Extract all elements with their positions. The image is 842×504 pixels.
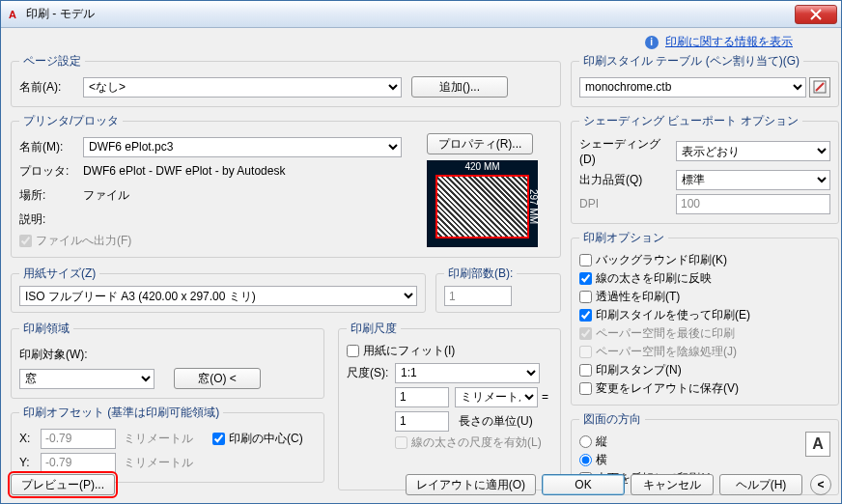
where-value: ファイル bbox=[83, 187, 129, 204]
plot-area-group: 印刷領域 印刷対象(W): 窓 窓(O) < bbox=[11, 321, 324, 399]
plot-options-group: 印刷オプション バックグラウンド印刷(K) 線の太さを印刷に反映 透過性を印刷(… bbox=[571, 230, 839, 406]
copies-group: 印刷部数(B): bbox=[435, 266, 561, 313]
learn-link[interactable]: 印刷に関する情報を表示 bbox=[665, 35, 793, 48]
add-page-setup-button[interactable]: 追加()... bbox=[411, 76, 508, 98]
scale-select[interactable]: 1:1 bbox=[395, 363, 540, 383]
equals-label: = bbox=[538, 390, 552, 404]
offset-group: 印刷オフセット (基準は印刷可能領域) X: ミリメートル 印刷の中心(C) bbox=[11, 405, 324, 483]
quality-label: 出力品質(Q) bbox=[579, 172, 676, 188]
printer-properties-button[interactable]: プロパティ(R)... bbox=[427, 133, 533, 154]
plot-area-legend: 印刷領域 bbox=[19, 321, 73, 337]
copies-legend: 印刷部数(B): bbox=[444, 266, 517, 282]
fit-to-paper-input[interactable] bbox=[347, 345, 359, 357]
printer-name-select[interactable]: DWF6 ePlot.pc3 bbox=[83, 137, 402, 157]
center-plot-input[interactable] bbox=[212, 433, 225, 445]
dpi-input bbox=[676, 194, 830, 214]
plot-style-table-legend: 印刷スタイル テーブル (ペン割り当て)(G) bbox=[579, 53, 803, 70]
page-setup-name-label: 名前(A): bbox=[19, 79, 83, 96]
copies-input bbox=[444, 286, 512, 306]
drawing-unit-label: 長さの単位(U) bbox=[459, 413, 533, 430]
preview-area bbox=[435, 175, 529, 238]
plot-style-table-select[interactable]: monochrome.ctb bbox=[579, 77, 806, 98]
dpi-label: DPI bbox=[579, 197, 676, 210]
plot-options-legend: 印刷オプション bbox=[579, 230, 668, 246]
info-icon: i bbox=[645, 36, 659, 49]
shaded-viewport-group: シェーディング ビューポート オプション シェーディング(D) 表示どおり 出力… bbox=[571, 113, 839, 224]
window-title: 印刷 - モデル bbox=[26, 6, 795, 22]
offset-x-input bbox=[41, 429, 116, 449]
shaded-viewport-legend: シェーディング ビューポート オプション bbox=[579, 113, 802, 129]
scale-denominator-input[interactable] bbox=[395, 411, 449, 432]
plotter-value: DWF6 ePlot - DWF ePlot - by Autodesk bbox=[83, 164, 285, 178]
plot-to-file-checkbox: ファイルへ出力(F) bbox=[19, 233, 427, 249]
fit-to-paper-checkbox[interactable]: 用紙にフィット(I) bbox=[347, 343, 552, 359]
offset-legend: 印刷オフセット (基準は印刷可能領域) bbox=[19, 405, 223, 421]
scale-unit-select[interactable]: ミリメートル bbox=[455, 387, 538, 407]
paper-preview: 420 MM 297 MM bbox=[427, 160, 538, 247]
titlebar: A 印刷 - モデル bbox=[1, 1, 841, 28]
pen-table-icon bbox=[813, 80, 827, 94]
offset-y-label: Y: bbox=[19, 456, 41, 469]
where-label: 場所: bbox=[19, 187, 83, 204]
help-button[interactable]: ヘルプ(H) bbox=[719, 474, 802, 495]
plot-what-select[interactable]: 窓 bbox=[19, 369, 154, 389]
edit-plot-style-button[interactable] bbox=[809, 77, 830, 98]
close-button[interactable] bbox=[795, 5, 837, 24]
page-setup-group: ページ設定 名前(A): <なし> 追加()... bbox=[11, 53, 561, 107]
printer-group: プリンタ/プロッタ 名前(M): DWF6 ePlot.pc3 プロッタ: DW… bbox=[11, 113, 561, 258]
close-icon bbox=[810, 9, 822, 20]
offset-y-unit: ミリメートル bbox=[124, 455, 193, 471]
plot-dialog: A 印刷 - モデル i 印刷に関する情報を表示 ページ設定 名前(A): <な… bbox=[0, 0, 842, 504]
scale-lineweights-checkbox: 線の太さの尺度を有効(L) bbox=[395, 434, 552, 451]
window-select-button[interactable]: 窓(O) < bbox=[174, 368, 261, 389]
paper-size-select[interactable]: ISO フルブリード A3 (420.00 x 297.00 ミリ) bbox=[19, 286, 417, 306]
printer-name-label: 名前(M): bbox=[19, 139, 83, 155]
opt-hide-paperspace: ペーパー空間を陰線処理(J) bbox=[579, 344, 830, 360]
opt-background[interactable]: バックグラウンド印刷(K) bbox=[579, 252, 830, 268]
plot-what-label: 印刷対象(W): bbox=[19, 347, 88, 363]
quality-select[interactable]: 標準 bbox=[676, 170, 830, 190]
opt-lineweights[interactable]: 線の太さを印刷に反映 bbox=[579, 270, 830, 287]
preview-button[interactable]: プレビュー(P)... bbox=[11, 474, 115, 495]
page-setup-legend: ページ設定 bbox=[19, 53, 85, 70]
opt-save-layout[interactable]: 変更をレイアウトに保存(V) bbox=[579, 380, 830, 397]
chevron-left-icon: < bbox=[817, 478, 824, 491]
orientation-legend: 図面の方向 bbox=[579, 411, 645, 428]
scale-group: 印刷尺度 用紙にフィット(I) 尺度(S): 1:1 bbox=[338, 321, 561, 490]
shade-label: シェーディング(D) bbox=[579, 136, 676, 166]
preview-width-label: 420 MM bbox=[435, 161, 529, 172]
apply-to-layout-button[interactable]: レイアウトに適用(O) bbox=[406, 474, 536, 495]
orient-landscape[interactable]: 横 bbox=[579, 452, 805, 468]
ok-button[interactable]: OK bbox=[542, 474, 625, 495]
offset-y-input bbox=[41, 453, 116, 473]
app-icon: A bbox=[5, 7, 20, 22]
orientation-icon: A bbox=[805, 432, 830, 457]
orient-portrait[interactable]: 縦 bbox=[579, 434, 805, 450]
scale-legend: 印刷尺度 bbox=[347, 321, 401, 337]
center-plot-checkbox[interactable]: 印刷の中心(C) bbox=[212, 431, 303, 447]
plotter-label: プロッタ: bbox=[19, 163, 83, 180]
paper-size-legend: 用紙サイズ(Z) bbox=[19, 266, 99, 282]
opt-transparency[interactable]: 透過性を印刷(T) bbox=[579, 289, 830, 305]
opt-paperspace-last: ペーパー空間を最後に印刷 bbox=[579, 325, 830, 342]
opt-plotstyles[interactable]: 印刷スタイルを使って印刷(E) bbox=[579, 307, 830, 323]
preview-height-label: 297 MM bbox=[528, 175, 539, 238]
scale-label: 尺度(S): bbox=[347, 365, 395, 381]
page-setup-name-select[interactable]: <なし> bbox=[83, 77, 402, 98]
cancel-button[interactable]: キャンセル bbox=[631, 474, 714, 495]
collapse-button[interactable]: < bbox=[810, 474, 831, 495]
printer-legend: プリンタ/プロッタ bbox=[19, 113, 123, 129]
scale-lineweights-input bbox=[395, 436, 407, 449]
opt-stamp[interactable]: 印刷スタンプ(N) bbox=[579, 362, 830, 378]
desc-label: 説明: bbox=[19, 211, 83, 228]
plot-style-table-group: 印刷スタイル テーブル (ペン割り当て)(G) monochrome.ctb bbox=[571, 53, 839, 107]
plot-to-file-input bbox=[19, 235, 32, 247]
scale-numerator-input[interactable] bbox=[395, 387, 449, 407]
paper-size-group: 用紙サイズ(Z) ISO フルブリード A3 (420.00 x 297.00 … bbox=[11, 266, 426, 313]
shade-select[interactable]: 表示どおり bbox=[676, 141, 830, 161]
offset-x-label: X: bbox=[19, 432, 41, 445]
offset-x-unit: ミリメートル bbox=[124, 431, 193, 447]
